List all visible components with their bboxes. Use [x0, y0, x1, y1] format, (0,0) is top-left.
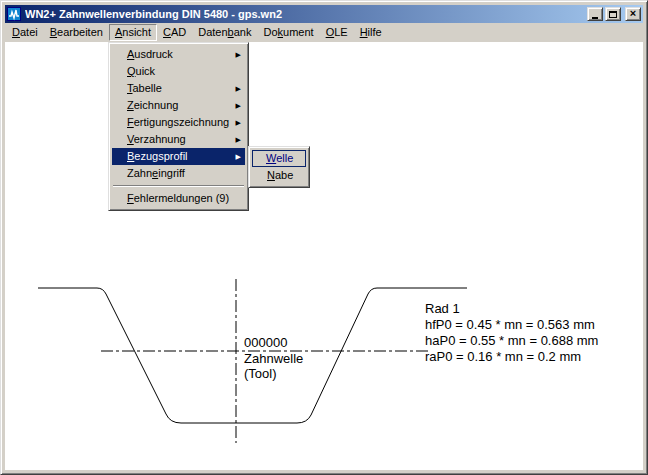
app-icon: [7, 7, 21, 21]
menu-item-zahneingriff[interactable]: Zahneingriff: [112, 165, 245, 182]
label-post: ingriff: [158, 167, 185, 179]
menu-ole[interactable]: OLE: [320, 24, 354, 41]
menu-datenbank[interactable]: Datenbank: [192, 24, 257, 41]
submenu-arrow-icon: ▶: [236, 46, 241, 63]
label-post: AD: [171, 26, 186, 38]
label-key: B: [50, 26, 57, 38]
menu-ansicht[interactable]: Ansicht: [109, 24, 157, 41]
label-key: H: [360, 26, 368, 38]
menubar: Datei Bearbeiten Ansicht CAD Datenbank D…: [5, 23, 643, 42]
menu-dokument[interactable]: Dokument: [257, 24, 319, 41]
label-post: ertigungszeichnung: [134, 116, 229, 128]
label-pre: Do: [263, 26, 277, 38]
window-controls: ×: [585, 7, 641, 21]
label-pre: Daten: [198, 26, 227, 38]
menu-hilfe[interactable]: Hilfe: [354, 24, 388, 41]
center-label-zahnwelle: Zahnwelle: [244, 351, 303, 366]
submenu-arrow-icon: ▶: [236, 114, 241, 131]
submenu-item-welle[interactable]: Welle: [252, 150, 306, 167]
annotation-rad: Rad 1: [425, 301, 460, 316]
drawing-canvas: 000000 Zahnwelle (Tool) Rad 1 hfP0 = 0.4…: [5, 42, 643, 470]
menu-item-ausdruck[interactable]: Ausdruck ▶: [112, 46, 245, 63]
label-post: eichnung: [134, 99, 179, 111]
label-post: LE: [334, 26, 347, 38]
menu-item-tabelle[interactable]: Tabelle ▶: [112, 80, 245, 97]
label-post: elle: [276, 152, 293, 164]
label-key: F: [127, 116, 134, 128]
label-post: ehlermeldungen (9): [134, 192, 229, 204]
center-label-id: 000000: [244, 335, 287, 350]
titlebar: WN2+ Zahnwellenverbindung DIN 5480 - gps…: [5, 5, 643, 23]
label-key: F: [127, 192, 134, 204]
label-post: ank: [234, 26, 252, 38]
menu-item-quick[interactable]: Quick: [112, 63, 245, 80]
label-key: O: [326, 26, 335, 38]
minimize-button[interactable]: [587, 7, 603, 21]
menu-item-bezugsprofil[interactable]: Bezugsprofil ▶: [112, 148, 245, 165]
label-key: D: [12, 26, 20, 38]
label-post: atei: [20, 26, 38, 38]
minimize-icon: [592, 17, 598, 19]
menu-item-fertigungszeichnung[interactable]: Fertigungszeichnung ▶: [112, 114, 245, 131]
menu-cad[interactable]: CAD: [157, 24, 192, 41]
app-window: WN2+ Zahnwellenverbindung DIN 5480 - gps…: [0, 0, 648, 475]
menu-bearbeiten[interactable]: Bearbeiten: [44, 24, 109, 41]
close-button[interactable]: ×: [625, 7, 641, 21]
submenu-arrow-icon: ▶: [236, 148, 241, 165]
label-post: abe: [275, 169, 293, 181]
annotation-hfp0: hfP0 = 0.45 * mn = 0.563 mm: [425, 317, 595, 332]
submenu-arrow-icon: ▶: [236, 131, 241, 148]
menu-item-verzahnung[interactable]: Verzahnung ▶: [112, 131, 245, 148]
maximize-button[interactable]: [605, 7, 621, 21]
menu-item-zeichnung[interactable]: Zeichnung ▶: [112, 97, 245, 114]
menu-item-fehlermeldungen[interactable]: Fehlermeldungen (9): [112, 190, 245, 207]
label-key: Z: [127, 99, 134, 111]
annotation-hap0: haP0 = 0.55 * mn = 0.688 mm: [425, 333, 598, 348]
profile-drawing: 000000 Zahnwelle (Tool) Rad 1 hfP0 = 0.4…: [5, 42, 645, 472]
label-post: ezugsprofil: [134, 150, 187, 162]
label-key: W: [266, 152, 276, 164]
ansicht-dropdown-menu: Ausdruck ▶ Quick Tabelle ▶ Zeichnung ▶ F…: [108, 42, 249, 211]
submenu-arrow-icon: ▶: [236, 80, 241, 97]
label-key: C: [163, 26, 171, 38]
label-key: V: [127, 133, 134, 145]
label-post: ument: [283, 26, 314, 38]
menu-separator: [113, 185, 244, 187]
label-post: usdruck: [134, 48, 173, 60]
maximize-icon: [609, 11, 617, 18]
submenu-arrow-icon: ▶: [236, 97, 241, 114]
center-label-tool: (Tool): [244, 366, 277, 381]
annotation-rap0: raP0 = 0.16 * mn = 0.2 mm: [425, 349, 581, 364]
label-post: earbeiten: [57, 26, 103, 38]
label-pre: Zahn: [127, 167, 152, 179]
bezugsprofil-submenu: Welle Nabe: [248, 146, 310, 188]
label-post: ilfe: [368, 26, 382, 38]
label-key: N: [267, 169, 275, 181]
menu-datei[interactable]: Datei: [6, 24, 44, 41]
window-title: WN2+ Zahnwellenverbindung DIN 5480 - gps…: [25, 8, 585, 20]
label-post: erzahnung: [134, 133, 186, 145]
label-post: nsicht: [122, 26, 151, 38]
submenu-item-nabe[interactable]: Nabe: [252, 167, 306, 184]
label-post: abelle: [133, 82, 162, 94]
label-post: uick: [136, 65, 156, 77]
close-icon: ×: [630, 8, 636, 19]
label-key: Q: [127, 65, 136, 77]
